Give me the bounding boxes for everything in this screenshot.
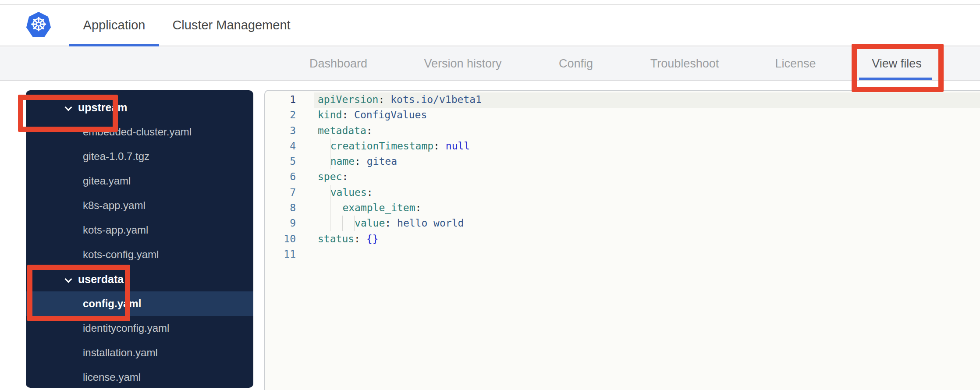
- token-punct: :: [342, 171, 348, 182]
- nav-tab-config[interactable]: Config: [559, 47, 593, 80]
- app-header: ☸ Application Cluster Management: [0, 5, 980, 46]
- token-key: value: [355, 217, 385, 229]
- line-number: 6: [265, 169, 296, 184]
- file-row-gitea-yaml[interactable]: gitea.yaml: [26, 169, 253, 193]
- file-row-gitea-1-0-7-tgz[interactable]: gitea-1.0.7.tgz: [26, 144, 253, 169]
- token-punct: :: [367, 187, 373, 198]
- code-line-11: [318, 247, 980, 262]
- token-punct: :: [378, 94, 391, 105]
- indent-guides: [318, 138, 330, 154]
- token-key: kind: [318, 109, 342, 121]
- token-key: values: [330, 187, 367, 198]
- code-editor-panel[interactable]: 1234567891011 apiVersion: kots.io/v1beta…: [264, 90, 980, 390]
- token-const: {}: [366, 233, 379, 245]
- kubernetes-logo-icon[interactable]: ☸: [26, 12, 51, 37]
- code-line-1: apiVersion: kots.io/v1beta1: [318, 92, 980, 107]
- token-value: kots.io/v1beta1: [391, 94, 482, 105]
- file-row-embedded-cluster-yaml[interactable]: embedded-cluster.yaml: [26, 120, 253, 144]
- folder-label: userdata: [78, 273, 124, 286]
- file-row-license-yaml[interactable]: license.yaml: [26, 365, 253, 388]
- token-value: hello world: [397, 217, 464, 229]
- folder-label: upstream: [78, 101, 128, 114]
- indent-guides: [318, 200, 342, 216]
- helm-wheel-glyph: ☸: [30, 15, 47, 34]
- code-line-9: value: hello world: [318, 216, 980, 231]
- code-line-6: spec:: [318, 169, 980, 184]
- file-label: k8s-app.yaml: [83, 199, 146, 212]
- file-row-installation-yaml[interactable]: installation.yaml: [26, 340, 253, 365]
- token-key: spec: [318, 171, 342, 182]
- file-label: kots-config.yaml: [83, 248, 159, 261]
- line-number: 4: [265, 138, 296, 154]
- file-label: identityconfig.yaml: [83, 322, 169, 334]
- file-row-k8s-app-yaml[interactable]: k8s-app.yaml: [26, 193, 253, 218]
- file-label: installation.yaml: [83, 347, 158, 359]
- line-number: 10: [265, 231, 296, 247]
- app-nav: DashboardVersion historyConfigTroublesho…: [0, 47, 980, 81]
- tab-application-label: Application: [83, 18, 146, 32]
- file-row-config-yaml[interactable]: config.yaml: [26, 291, 253, 316]
- file-label: gitea-1.0.7.tgz: [83, 150, 149, 163]
- code-line-5: name: gitea: [318, 154, 980, 169]
- indent-guides: [318, 216, 355, 231]
- tab-cluster-management[interactable]: Cluster Management: [172, 5, 291, 46]
- line-number: 8: [265, 200, 296, 216]
- kots-admin-console: ☸ Application Cluster Management Dashboa…: [0, 0, 980, 390]
- line-number: 3: [265, 123, 296, 138]
- chevron-down-icon[interactable]: [65, 104, 72, 111]
- token-punct: :: [385, 217, 397, 229]
- file-label: config.yaml: [83, 298, 141, 310]
- token-key: status: [318, 233, 354, 245]
- line-number-gutter: 1234567891011: [265, 92, 296, 262]
- file-row-kots-config-yaml[interactable]: kots-config.yaml: [26, 242, 253, 267]
- file-row-identityconfig-yaml[interactable]: identityconfig.yaml: [26, 316, 253, 340]
- line-number: 11: [265, 247, 296, 262]
- line-number: 9: [265, 216, 296, 231]
- token-value: gitea: [367, 156, 397, 167]
- token-key: name: [330, 156, 355, 167]
- code-line-10: status: {}: [318, 231, 980, 247]
- token-punct: :: [366, 125, 373, 136]
- indent-guides: [318, 185, 330, 200]
- token-key: apiVersion: [318, 94, 378, 105]
- code-line-2: kind: ConfigValues: [318, 107, 980, 123]
- nav-tab-view-files[interactable]: View files: [872, 47, 922, 80]
- token-punct: :: [354, 233, 366, 245]
- code-line-8: example_item:: [318, 200, 980, 216]
- nav-tab-troubleshoot[interactable]: Troubleshoot: [650, 47, 719, 80]
- code-line-3: metadata:: [318, 123, 980, 138]
- token-punct: :: [433, 140, 446, 152]
- chevron-down-icon[interactable]: [65, 276, 72, 283]
- indent-guides: [318, 154, 330, 169]
- line-number: 7: [265, 185, 296, 200]
- nav-tab-dashboard[interactable]: Dashboard: [309, 47, 367, 80]
- token-value: ConfigValues: [354, 109, 427, 121]
- file-label: gitea.yaml: [83, 175, 131, 187]
- token-punct: :: [342, 109, 354, 121]
- file-label: embedded-cluster.yaml: [83, 126, 192, 138]
- token-key: example_item: [342, 202, 415, 213]
- folder-row-upstream[interactable]: upstream: [26, 95, 253, 120]
- folder-row-userdata[interactable]: userdata: [26, 267, 253, 291]
- code-line-4: creationTimestamp: null: [318, 138, 980, 154]
- code-line-7: values:: [318, 185, 980, 200]
- file-row-kots-app-yaml[interactable]: kots-app.yaml: [26, 218, 253, 242]
- tab-application[interactable]: Application: [69, 5, 159, 46]
- active-tab-underline: [69, 44, 159, 46]
- file-label: kots-app.yaml: [83, 224, 148, 236]
- token-key: creationTimestamp: [330, 140, 433, 152]
- nav-tab-license[interactable]: License: [775, 47, 816, 80]
- line-number: 5: [265, 154, 296, 169]
- line-number: 2: [265, 107, 296, 123]
- file-tree-sidebar: upstreamembedded-cluster.yamlgitea-1.0.7…: [26, 90, 253, 388]
- token-key: metadata: [318, 125, 366, 136]
- token-punct: :: [355, 156, 367, 167]
- view-files-active-underline: [859, 78, 932, 80]
- nav-tab-version-history[interactable]: Version history: [424, 47, 501, 80]
- tab-cluster-management-label: Cluster Management: [172, 18, 290, 32]
- code-content: apiVersion: kots.io/v1beta1kind: ConfigV…: [318, 92, 980, 262]
- token-punct: :: [415, 202, 422, 213]
- token-const: null: [446, 140, 470, 152]
- line-number: 1: [265, 92, 296, 107]
- file-label: license.yaml: [83, 371, 141, 383]
